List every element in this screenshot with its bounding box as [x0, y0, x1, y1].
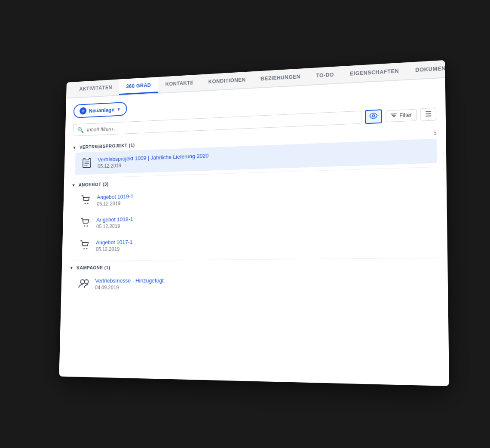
svg-point-17 [86, 248, 88, 249]
section-title-vertriebsprojekt: VERTRIEBSPROJEKT (1) [80, 143, 135, 150]
tab-dokumente[interactable]: DOKUMENTE [407, 60, 445, 80]
search-input[interactable] [87, 114, 357, 133]
tab-konditionen[interactable]: KONDITIONEN [201, 71, 253, 90]
section-toggle-angebot[interactable]: ▼ [72, 183, 76, 187]
section-title-kampagne: KAMPAGNE (1) [77, 265, 110, 270]
item-content-a3: Angebot 1017-1 05.12.2019 [96, 239, 133, 252]
tab-aktivitaeten[interactable]: AKTIVITÄTEN [72, 79, 119, 97]
content-area: + Neuanlage ▼ 🔍 [61, 78, 448, 307]
item-date-a2: 05.12.2019 [96, 223, 133, 230]
list-view-button[interactable] [420, 107, 436, 121]
item-title-a2[interactable]: Angebot 1018-1 [96, 216, 133, 223]
section-header-kampagne: ▼ KAMPAGNE (1) [70, 260, 438, 273]
section-title-angebot: ANGEBOT (3) [79, 181, 109, 187]
section-angebot: ▼ ANGEBOT (3) Angebot 1019-1 05.12.2019 [70, 169, 438, 258]
svg-point-16 [83, 248, 85, 249]
tab-eigenschaften[interactable]: EIGENSCHAFTEN [342, 62, 407, 83]
item-content-a2: Angebot 1018-1 05.12.2019 [96, 216, 133, 229]
item-date-a1: 05.12.2019 [97, 200, 133, 207]
eye-icon [370, 113, 378, 121]
svg-line-6 [426, 116, 431, 116]
item-title-a1[interactable]: Angebot 1019-1 [97, 193, 133, 200]
svg-line-1 [391, 114, 397, 114]
section-count-vertriebsprojekt: 5 [433, 130, 436, 136]
filter-label: Filter [399, 112, 412, 119]
new-button[interactable]: + Neuanlage ▼ [74, 102, 127, 118]
svg-point-12 [85, 203, 86, 204]
svg-point-13 [87, 203, 89, 204]
cart-icon-a1 [80, 195, 92, 205]
item-content-vp1: Vertriebsprojekt 1009 | Jährliche Liefer… [98, 153, 208, 169]
section-toggle-kampagne[interactable]: ▼ [70, 265, 74, 270]
svg-point-14 [84, 225, 85, 227]
main-card: AKTIVITÄTEN 360 GRAD KONTAKTE KONDITIONE… [59, 60, 449, 386]
cart-icon-a3 [80, 240, 91, 250]
tab-360grad[interactable]: 360 GRAD [119, 77, 159, 95]
filter-button[interactable]: Filter [386, 109, 417, 122]
plus-icon: + [80, 107, 86, 115]
svg-point-0 [373, 115, 375, 117]
item-title-a3[interactable]: Angebot 1017-1 [96, 239, 133, 246]
tab-todo[interactable]: TO-DO [308, 66, 342, 85]
tab-kontakte[interactable]: KONTAKTE [158, 74, 201, 93]
svg-line-4 [426, 111, 431, 112]
list-item-k1[interactable]: Vertriebsmesse - Hinzugefügt 04.09.2019 [72, 271, 439, 296]
item-title-k1[interactable]: Vertriebsmesse - Hinzugefügt [95, 277, 164, 284]
section-toggle-vertriebsprojekt[interactable]: ▼ [73, 145, 77, 150]
section-kampagne: ▼ KAMPAGNE (1) Vertriebsmesse - Hinzugef [69, 260, 438, 296]
tab-beziehungen[interactable]: BEZIEHUNGEN [253, 68, 308, 88]
svg-point-15 [87, 225, 88, 227]
search-icon: 🔍 [77, 126, 84, 133]
svg-point-18 [80, 280, 84, 284]
svg-point-19 [84, 279, 88, 284]
view-toggle-button[interactable] [365, 109, 382, 124]
item-content-a1: Angebot 1019-1 05.12.2019 [97, 193, 134, 207]
cart-icon-a2 [80, 218, 91, 227]
list-icon [425, 110, 432, 118]
item-date-a3: 05.12.2019 [96, 246, 133, 252]
item-date-k1: 04.09.2019 [95, 285, 164, 291]
campaign-icon-k1 [78, 279, 89, 288]
project-icon [81, 158, 92, 169]
item-content-k1: Vertriebsmesse - Hinzugefügt 04.09.2019 [95, 277, 164, 291]
svg-line-5 [426, 114, 431, 114]
chevron-down-icon: ▼ [116, 107, 120, 111]
filter-icon [391, 112, 397, 119]
svg-rect-8 [85, 158, 89, 160]
new-button-label: Neuanlage [89, 106, 114, 114]
